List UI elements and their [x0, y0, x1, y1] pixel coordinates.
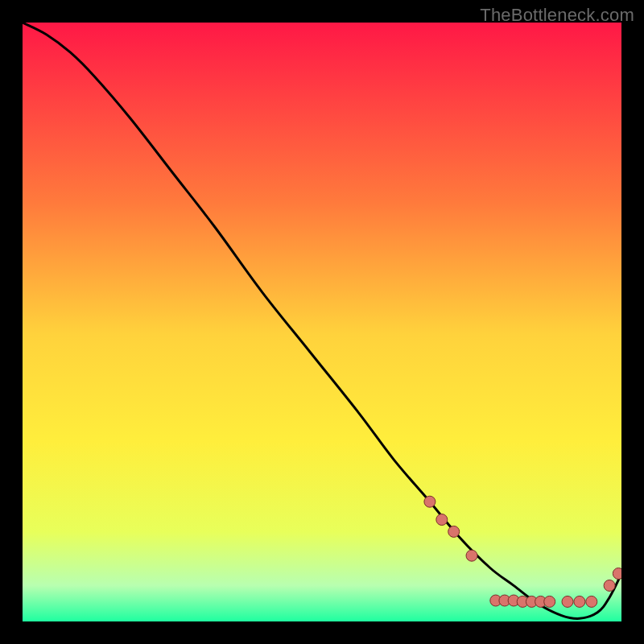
chart-svg	[23, 23, 621, 621]
curve-marker	[586, 596, 597, 607]
curve-marker	[604, 580, 615, 591]
plot-area	[23, 23, 621, 621]
curve-marker	[424, 496, 436, 507]
gradient-background	[23, 23, 621, 621]
curve-marker	[562, 596, 573, 607]
curve-marker	[613, 568, 621, 580]
curve-marker	[574, 596, 585, 607]
curve-marker	[466, 550, 477, 561]
chart-frame: TheBottleneck.com	[0, 0, 644, 644]
curve-marker	[448, 526, 460, 537]
curve-marker	[544, 596, 555, 607]
curve-marker	[436, 514, 448, 526]
